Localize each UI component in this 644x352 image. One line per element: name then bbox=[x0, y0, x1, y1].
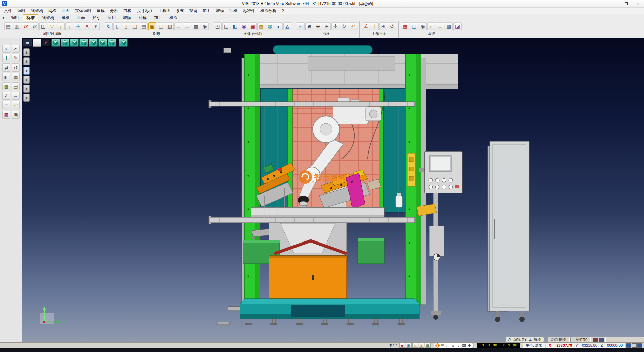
graphics-db-icon[interactable]: ≣ bbox=[183, 22, 191, 30]
gouraud-shade-icon[interactable]: ◉ bbox=[240, 22, 248, 30]
flat-shade-icon[interactable]: ◧ bbox=[231, 22, 239, 30]
tab-4[interactable]: 建模 bbox=[58, 14, 73, 21]
isometric-view-icon[interactable] bbox=[119, 39, 128, 47]
measure-icon[interactable]: ∠ bbox=[2, 92, 10, 100]
hidden-line-icon[interactable]: ◱ bbox=[222, 22, 230, 30]
rotate-view-icon[interactable]: ↻ bbox=[340, 22, 348, 30]
right-view-icon[interactable] bbox=[79, 39, 88, 47]
wireframe-mode-icon[interactable]: ◳ bbox=[214, 22, 222, 30]
multi-view-icon[interactable]: ◫ bbox=[131, 22, 139, 30]
menu-item-6[interactable]: 实体编辑 bbox=[72, 8, 94, 14]
back-view-icon[interactable] bbox=[98, 39, 107, 47]
capture-icon[interactable]: ◉ bbox=[201, 22, 209, 30]
pan-icon[interactable]: ✛ bbox=[331, 22, 339, 30]
tab-9[interactable]: 冲模 bbox=[135, 14, 150, 21]
maximize-button[interactable] bbox=[620, 0, 632, 7]
zoom-in-icon[interactable]: ⊕ bbox=[305, 22, 313, 30]
menu-item-9[interactable]: 电极 bbox=[121, 8, 134, 14]
highlight-icon[interactable]: ✛ bbox=[74, 22, 82, 30]
select-add-icon[interactable]: ↑ bbox=[57, 22, 65, 30]
filter-icon[interactable]: ▽ bbox=[48, 22, 56, 30]
zoom-window-icon[interactable]: ⊞ bbox=[323, 22, 331, 30]
menu-item-8[interactable]: 分析 bbox=[107, 8, 121, 14]
clipboard-icon[interactable]: ▣ bbox=[12, 111, 20, 119]
viewport-tool-icon-2[interactable]: ▮ bbox=[23, 57, 30, 65]
corner-swatch-2[interactable] bbox=[632, 343, 637, 348]
menu-item-10[interactable]: 尺寸标注 bbox=[134, 8, 156, 14]
move-icon[interactable]: ✛ bbox=[2, 54, 10, 62]
menu-item-13[interactable]: 视窗 bbox=[186, 8, 200, 14]
corner-swatch-3[interactable] bbox=[637, 343, 642, 348]
tab-7[interactable]: 应用 bbox=[104, 14, 119, 21]
mirror-icon[interactable]: ⇄ bbox=[2, 63, 10, 72]
layers-icon[interactable]: ≡ bbox=[2, 101, 10, 109]
workplane-view-label[interactable]: 视图 bbox=[534, 337, 541, 342]
render-settings-icon[interactable]: ◪ bbox=[453, 22, 462, 30]
cube-icon[interactable]: ▧ bbox=[2, 82, 10, 90]
workplane-mini-toolbar[interactable]: ◎ 编辑 XY ⊥ 视图 bbox=[505, 337, 544, 342]
viewport-tool-icon-3[interactable]: ▮ bbox=[23, 67, 30, 75]
undo-icon[interactable]: ↶ bbox=[12, 101, 20, 109]
workplane-icon[interactable]: ∠ bbox=[362, 22, 370, 30]
menu-item-19[interactable]: ? bbox=[279, 8, 287, 14]
tab-6[interactable]: 尺寸 bbox=[89, 14, 104, 21]
ime-emoji-icon[interactable]: ☺ bbox=[451, 344, 456, 347]
zoom-select-icon[interactable]: ⌖ bbox=[2, 45, 10, 53]
swap-green-icon[interactable]: ⇄ bbox=[31, 22, 39, 30]
absolute-view-segment[interactable]: 绝对视图 bbox=[548, 337, 570, 342]
note-icon[interactable]: ▤ bbox=[12, 82, 20, 90]
light-icon[interactable]: ☼ bbox=[412, 343, 418, 348]
menu-item-17[interactable]: 标准件 bbox=[240, 8, 258, 14]
menu-item-2[interactable]: 编辑 bbox=[15, 8, 28, 14]
workplane-edit-label[interactable]: 编辑 XY bbox=[513, 337, 527, 342]
menu-item-7[interactable]: 建模 bbox=[94, 8, 107, 14]
single-view-icon[interactable]: ▯ bbox=[122, 22, 130, 30]
tab-11[interactable]: 模流 bbox=[166, 14, 181, 21]
menu-item-4[interactable]: 网格 bbox=[46, 8, 59, 14]
layout-icon[interactable]: ▤ bbox=[140, 22, 148, 30]
base-platform[interactable] bbox=[217, 299, 419, 325]
system-options-icon[interactable]: ☼ bbox=[427, 22, 435, 30]
previous-view-icon[interactable]: ↶ bbox=[349, 22, 357, 30]
viewport-tool-icon-5[interactable]: ▮ bbox=[23, 85, 30, 93]
layer-segment[interactable]: LAYER0 bbox=[570, 337, 591, 342]
print-view-icon[interactable]: ▥ bbox=[166, 22, 174, 30]
select-remove-icon[interactable]: ↓ bbox=[65, 22, 73, 30]
viewport-tool-icon-6[interactable]: ▮ bbox=[23, 94, 30, 102]
section-view-icon[interactable]: ◭ bbox=[283, 22, 291, 30]
menu-item-1[interactable]: 文件 bbox=[1, 8, 15, 14]
menu-item-5[interactable]: 曲面 bbox=[59, 8, 72, 14]
front-view-icon[interactable] bbox=[61, 39, 69, 47]
tab-1[interactable]: 编辑 bbox=[8, 14, 22, 21]
zoom-out-icon[interactable]: ⊖ bbox=[314, 22, 322, 30]
close-button[interactable]: × bbox=[632, 0, 644, 7]
ime-punct-toggle[interactable]: 。 bbox=[445, 343, 450, 348]
wireframe-view-icon[interactable]: ▢ bbox=[157, 22, 165, 30]
display-settings-icon[interactable]: ▢ bbox=[410, 22, 418, 30]
background-toggle-icon[interactable]: ◤ bbox=[42, 39, 51, 47]
viewport-tool-icon-1[interactable]: ▮ bbox=[23, 48, 30, 56]
corner-swatch-1[interactable] bbox=[626, 343, 631, 348]
layer-swatch-2[interactable] bbox=[599, 338, 604, 342]
ime-toolbox-icon[interactable]: ✚ bbox=[467, 344, 472, 347]
sketch-icon[interactable]: ✎ bbox=[12, 54, 20, 62]
tab-overflow-dropdown[interactable]: ▾ bbox=[0, 15, 7, 20]
ime-logo-icon[interactable]: S bbox=[435, 343, 440, 348]
snap-lock-toggle[interactable]: 拴牢 bbox=[390, 343, 397, 348]
magnet-icon[interactable]: ◫ bbox=[39, 22, 47, 30]
view-menu-icon[interactable]: ≣ bbox=[23, 39, 32, 47]
viewport-tool-icon-4[interactable]: ▮ bbox=[23, 76, 30, 84]
redraw-icon[interactable]: ↻ bbox=[105, 22, 113, 30]
machine-3d-model[interactable]: 智造园网 Y bbox=[30, 38, 644, 342]
menu-item-11[interactable]: 工程图 bbox=[156, 8, 173, 14]
electrical-cabinet[interactable] bbox=[488, 141, 529, 322]
workplane-normal-icon[interactable]: ⊥ bbox=[371, 22, 379, 30]
new-window-icon[interactable]: ▯ bbox=[113, 22, 121, 30]
dimension-icon[interactable]: ↔ bbox=[12, 92, 20, 100]
snapshot-icon[interactable]: ◉ bbox=[419, 22, 427, 30]
tab-8[interactable]: 塑膜 bbox=[120, 14, 135, 21]
tab-5[interactable]: 曲面 bbox=[73, 14, 88, 21]
menu-item-18[interactable]: 模流分析 bbox=[258, 8, 279, 14]
menu-item-14[interactable]: 加工 bbox=[200, 8, 213, 14]
ime-keyboard-icon[interactable]: ⌨ bbox=[462, 344, 467, 347]
